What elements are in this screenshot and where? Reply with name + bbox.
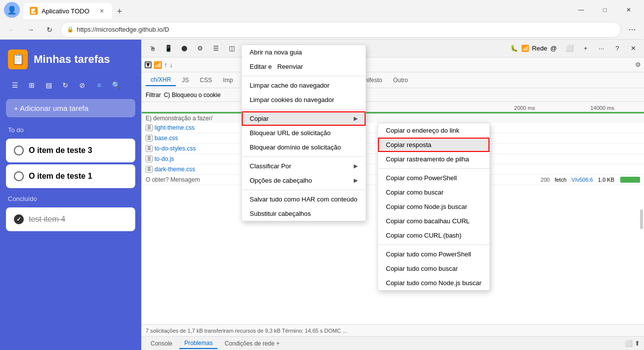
ctx-copy-curl-bash[interactable]: Copiar como CURL (bash) <box>378 228 489 243</box>
record-icon[interactable]: ▼ <box>145 61 152 68</box>
tab-img[interactable]: Imp <box>218 75 238 86</box>
task-item-test4[interactable]: ✓ test item 4 <box>6 207 135 231</box>
ctx-copy-fetch[interactable]: Copiar como buscar <box>378 185 489 200</box>
network-footer: 7 solicitações de 1,7 kB transferiram re… <box>142 324 644 336</box>
forward-button[interactable]: → <box>23 22 39 38</box>
ctx-clear-cookies[interactable]: Limpar cookies do navegador <box>242 93 366 107</box>
ctx-sep4 <box>242 190 366 190</box>
tool-sidebar-icon[interactable]: ▤ <box>42 78 55 92</box>
ctx-block-url[interactable]: Bloquear URL de solicitação <box>242 126 366 140</box>
tool-block-icon[interactable]: ⊘ <box>75 78 89 92</box>
bottom-tab-problems[interactable]: Problemas <box>179 338 217 349</box>
ctx-label: Copiar <box>250 115 268 122</box>
wifi-strong-icon[interactable]: 📶 <box>154 61 162 69</box>
ctx-copy-curl-bacalhau[interactable]: Copiar como bacalhau CURL <box>378 214 489 228</box>
devtools-device-icon[interactable]: 📱 <box>161 42 175 55</box>
tab-close-button[interactable]: ✕ <box>97 6 106 15</box>
ctx-copy-powershell[interactable]: Copiar como PowerShell <box>378 171 489 185</box>
back-button[interactable]: ← <box>4 22 20 38</box>
devtools-settings-icon2[interactable]: ⚙ <box>193 42 207 55</box>
ctx-save-har[interactable]: Salvar tudo como HAR com conteúdo <box>242 192 366 206</box>
bottom-bar-icon2[interactable]: ⬆ <box>635 340 640 347</box>
ctx-copy[interactable]: Copiar ▶ <box>242 111 366 126</box>
ctx-edit-resend[interactable]: Editar e Reenviar <box>242 59 366 74</box>
tool-search-icon[interactable]: 🔍 <box>109 78 123 92</box>
devtools-snippet-icon[interactable]: ◫ <box>225 42 239 55</box>
browser-more-button[interactable]: ··· <box>624 22 640 38</box>
window-controls: — □ ✕ <box>570 2 640 18</box>
ctx-label: Copiar o endereço do link <box>386 127 459 134</box>
browser-tab-active[interactable]: 📝 Aplicativo TODO ✕ <box>24 3 112 19</box>
refresh-button[interactable]: ↻ <box>42 22 57 38</box>
lock-icon: 🔒 <box>67 26 74 33</box>
ctx-header-options[interactable]: Opções de cabeçalho ▶ <box>242 173 366 188</box>
settings-icon[interactable]: ⚙ <box>635 61 641 68</box>
ctx-arrow3: ▶ <box>354 177 358 184</box>
add-task-button[interactable]: + Adicionar uma tarefa <box>6 99 135 117</box>
ctx-sort[interactable]: Classificar Por ▶ <box>242 159 366 173</box>
ctx-copy-stack[interactable]: Copiar rastreamento de pilha <box>378 152 489 166</box>
tool-filter-icon[interactable]: ≡ <box>92 78 106 92</box>
download-icon[interactable]: ↓ <box>169 61 173 69</box>
devtools-close-icon[interactable]: ✕ <box>626 42 640 55</box>
task-item-test1[interactable]: O item de teste 1 <box>6 164 135 188</box>
tab-js[interactable]: JS <box>177 75 194 86</box>
ctx-copy-response[interactable]: Copiar resposta <box>378 138 489 152</box>
devtools-add-icon[interactable]: + <box>579 42 592 55</box>
devtools-more-icon[interactable]: ··· <box>594 42 608 55</box>
tool-list-icon[interactable]: ☰ <box>8 78 22 92</box>
tool-grid-icon[interactable]: ⊞ <box>25 78 39 92</box>
tab-favicon: 📝 <box>30 7 38 15</box>
minimize-button[interactable]: — <box>570 2 592 18</box>
task-item-test3[interactable]: O item de teste 3 <box>6 139 135 162</box>
ctx-open-new-tab[interactable]: Abrir na nova guia <box>242 45 366 59</box>
tab-other[interactable]: Outro <box>388 75 413 86</box>
done-section-label: Concluído <box>0 190 141 205</box>
ctx-override-headers[interactable]: Substituir cabeçalhos <box>242 206 366 221</box>
task-check-test4[interactable]: ✓ <box>14 214 24 224</box>
profile-icon[interactable]: 👤 <box>4 2 20 18</box>
context-submenu-copy: Copiar o endereço do link Copiar respost… <box>377 123 490 291</box>
devtools-bookmark-icon[interactable]: ☰ <box>209 42 223 55</box>
ctx-label: Copiar rastreamento de pilha <box>386 155 469 163</box>
ctx-block-domain[interactable]: Bloquear domínio de solicitação <box>242 140 366 154</box>
devtools-new-tab-icon[interactable]: ⬜ <box>563 42 577 55</box>
close-button[interactable]: ✕ <box>617 2 640 18</box>
ctx-copy-all-fetch[interactable]: Copiar tudo como buscar <box>378 261 489 276</box>
tool-refresh-icon[interactable]: ↻ <box>58 78 72 92</box>
tab-label: Aplicativo TODO <box>42 7 89 15</box>
task-check-test1[interactable] <box>14 171 24 181</box>
devtools-help-icon[interactable]: ? <box>610 42 624 55</box>
filter-bar: Filtrar C) Bloqueou o cookie <box>142 88 644 102</box>
network-toolbar: ▼ 📶 ↑ ↓ ⚙ <box>142 57 644 72</box>
devtools-inspect-icon[interactable]: 🖱 <box>146 42 160 55</box>
todo-header: 📋 Minhas tarefas <box>0 40 141 75</box>
ctx-label: Copiar como Node.js buscar <box>386 203 467 210</box>
network-filter-tabs: ch/XHR JS CSS Imp Mídia Fonte Doc WS Foi… <box>142 72 644 88</box>
upload-icon[interactable]: ↑ <box>164 61 167 69</box>
devtools-recorder-icon[interactable]: ⬤ <box>177 42 191 55</box>
panel-title-text: Rede <box>532 45 547 52</box>
ctx-copy-all-powershell[interactable]: Copiar tudo como PowerShell <box>378 247 489 261</box>
bottom-tab-console[interactable]: Console <box>146 339 177 349</box>
task-check-test3[interactable] <box>14 146 24 155</box>
bottom-tab-network-conditions[interactable]: Condições de rede + <box>219 339 284 349</box>
ctx-copy-nodejs[interactable]: Copiar como Node.js buscar <box>378 200 489 214</box>
ctx-clear-cache[interactable]: Limpar cache do navegador <box>242 78 366 93</box>
maximize-button[interactable]: □ <box>593 2 616 18</box>
scroll-indicator[interactable] <box>640 209 643 229</box>
bottom-tabs: Console Problemas Condições de rede + ⬜ … <box>142 336 644 350</box>
ctx-copy-link[interactable]: Copiar o endereço do link <box>378 123 489 138</box>
ctx-label: Copiar como CURL (bash) <box>386 232 462 239</box>
ctx-copy-all-nodejs[interactable]: Copiar tudo como Node.js buscar <box>378 276 489 290</box>
tab-css[interactable]: CSS <box>195 75 217 86</box>
ctx-label: Classificar Por <box>250 162 291 170</box>
ctx-label: Copiar resposta <box>386 141 431 149</box>
url-bar[interactable]: 🔒 https://microsoftedge.github.io/D <box>60 22 621 38</box>
bottom-bar-icon1[interactable]: ⬜ <box>625 340 633 347</box>
tab-xhrfetch[interactable]: ch/XHR <box>146 74 176 86</box>
net-protocol: VIv506:6 <box>572 177 593 183</box>
todo-title: Minhas tarefas <box>34 53 110 66</box>
new-tab-button[interactable]: + <box>112 4 127 19</box>
todo-app-icon: 📋 <box>8 50 28 69</box>
